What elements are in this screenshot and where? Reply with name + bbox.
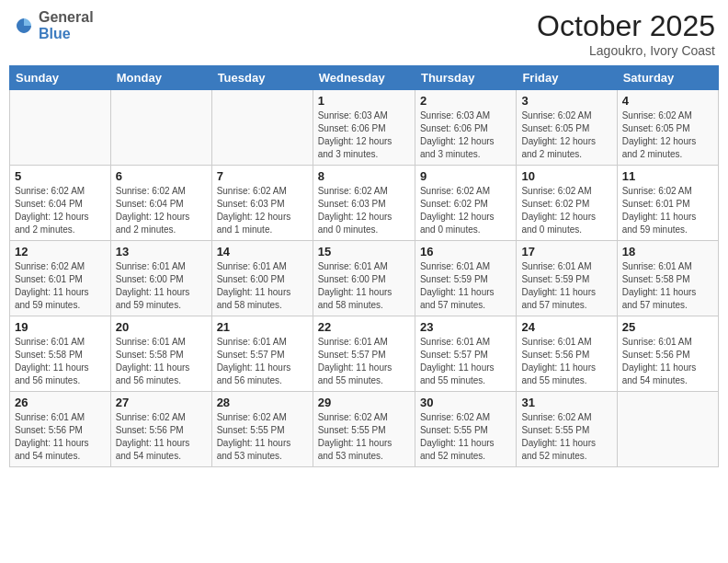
day-info: Sunrise: 6:02 AM Sunset: 5:55 PM Dayligh… <box>318 411 410 463</box>
day-number: 21 <box>217 320 308 334</box>
day-number: 29 <box>318 396 410 409</box>
weekday-header: Sunday <box>10 66 111 90</box>
day-info: Sunrise: 6:01 AM Sunset: 5:56 PM Dayligh… <box>15 411 106 463</box>
day-info: Sunrise: 6:02 AM Sunset: 6:03 PM Dayligh… <box>217 185 308 236</box>
logo-icon <box>13 15 35 37</box>
calendar-cell: 25Sunrise: 6:01 AM Sunset: 5:56 PM Dayli… <box>617 316 718 392</box>
day-number: 15 <box>318 245 410 259</box>
day-number: 9 <box>420 169 511 183</box>
day-number: 16 <box>420 245 511 259</box>
day-info: Sunrise: 6:01 AM Sunset: 5:59 PM Dayligh… <box>521 260 611 312</box>
calendar-week-row: 19Sunrise: 6:01 AM Sunset: 5:58 PM Dayli… <box>10 316 719 392</box>
page-header: General Blue October 2025 Lagoukro, Ivor… <box>9 9 719 58</box>
calendar-cell: 23Sunrise: 6:01 AM Sunset: 5:57 PM Dayli… <box>415 316 516 392</box>
day-info: Sunrise: 6:02 AM Sunset: 6:01 PM Dayligh… <box>622 185 713 236</box>
calendar-cell: 30Sunrise: 6:02 AM Sunset: 5:55 PM Dayli… <box>415 392 516 467</box>
day-number: 31 <box>521 396 611 409</box>
calendar-cell: 6Sunrise: 6:02 AM Sunset: 6:04 PM Daylig… <box>110 166 211 241</box>
day-info: Sunrise: 6:02 AM Sunset: 6:03 PM Dayligh… <box>318 185 410 236</box>
calendar-cell: 18Sunrise: 6:01 AM Sunset: 5:58 PM Dayli… <box>617 241 718 316</box>
calendar-week-row: 1Sunrise: 6:03 AM Sunset: 6:06 PM Daylig… <box>10 90 719 166</box>
month-title: October 2025 <box>537 9 715 43</box>
weekday-header: Friday <box>517 66 617 90</box>
weekday-header: Monday <box>110 66 211 90</box>
day-info: Sunrise: 6:02 AM Sunset: 6:02 PM Dayligh… <box>420 185 511 236</box>
day-info: Sunrise: 6:01 AM Sunset: 5:56 PM Dayligh… <box>622 336 713 387</box>
calendar-cell: 8Sunrise: 6:02 AM Sunset: 6:03 PM Daylig… <box>313 166 415 241</box>
day-info: Sunrise: 6:02 AM Sunset: 6:01 PM Dayligh… <box>15 260 106 312</box>
day-number: 1 <box>318 94 410 108</box>
weekday-header: Tuesday <box>211 66 313 90</box>
day-info: Sunrise: 6:01 AM Sunset: 5:57 PM Dayligh… <box>217 336 308 387</box>
day-number: 2 <box>420 94 511 108</box>
day-info: Sunrise: 6:02 AM Sunset: 5:55 PM Dayligh… <box>420 411 511 463</box>
calendar-cell: 9Sunrise: 6:02 AM Sunset: 6:02 PM Daylig… <box>415 166 516 241</box>
calendar-week-row: 12Sunrise: 6:02 AM Sunset: 6:01 PM Dayli… <box>10 241 719 316</box>
calendar-cell: 16Sunrise: 6:01 AM Sunset: 5:59 PM Dayli… <box>415 241 516 316</box>
day-number: 17 <box>521 245 611 259</box>
day-info: Sunrise: 6:02 AM Sunset: 6:04 PM Dayligh… <box>15 185 106 236</box>
day-number: 11 <box>622 169 713 183</box>
location-title: Lagoukro, Ivory Coast <box>537 43 715 58</box>
day-number: 22 <box>318 320 410 334</box>
calendar-cell: 10Sunrise: 6:02 AM Sunset: 6:02 PM Dayli… <box>517 166 617 241</box>
calendar-cell: 15Sunrise: 6:01 AM Sunset: 6:00 PM Dayli… <box>313 241 415 316</box>
calendar-cell: 14Sunrise: 6:01 AM Sunset: 6:00 PM Dayli… <box>211 241 313 316</box>
calendar-cell: 13Sunrise: 6:01 AM Sunset: 6:00 PM Dayli… <box>110 241 211 316</box>
day-number: 19 <box>15 320 106 334</box>
day-number: 18 <box>622 245 713 259</box>
day-number: 4 <box>622 94 713 108</box>
calendar-table: SundayMondayTuesdayWednesdayThursdayFrid… <box>9 65 719 467</box>
calendar-week-row: 26Sunrise: 6:01 AM Sunset: 5:56 PM Dayli… <box>10 392 719 467</box>
day-number: 25 <box>622 320 713 334</box>
day-number: 26 <box>15 396 106 409</box>
day-number: 20 <box>116 320 207 334</box>
day-number: 13 <box>116 245 207 259</box>
calendar-cell: 4Sunrise: 6:02 AM Sunset: 6:05 PM Daylig… <box>617 90 718 166</box>
day-info: Sunrise: 6:01 AM Sunset: 5:58 PM Dayligh… <box>622 260 713 312</box>
day-info: Sunrise: 6:02 AM Sunset: 6:02 PM Dayligh… <box>521 185 611 236</box>
day-number: 30 <box>420 396 511 409</box>
weekday-header: Thursday <box>415 66 516 90</box>
calendar-cell: 28Sunrise: 6:02 AM Sunset: 5:55 PM Dayli… <box>211 392 313 467</box>
day-info: Sunrise: 6:01 AM Sunset: 5:56 PM Dayligh… <box>521 336 611 387</box>
calendar-week-row: 5Sunrise: 6:02 AM Sunset: 6:04 PM Daylig… <box>10 166 719 241</box>
calendar-cell: 3Sunrise: 6:02 AM Sunset: 6:05 PM Daylig… <box>517 90 617 166</box>
weekday-header: Wednesday <box>313 66 415 90</box>
day-info: Sunrise: 6:02 AM Sunset: 6:05 PM Dayligh… <box>622 109 713 161</box>
calendar-cell <box>10 90 111 166</box>
day-info: Sunrise: 6:01 AM Sunset: 6:00 PM Dayligh… <box>217 260 308 312</box>
calendar-cell: 11Sunrise: 6:02 AM Sunset: 6:01 PM Dayli… <box>617 166 718 241</box>
calendar-cell: 7Sunrise: 6:02 AM Sunset: 6:03 PM Daylig… <box>211 166 313 241</box>
calendar-cell: 27Sunrise: 6:02 AM Sunset: 5:56 PM Dayli… <box>110 392 211 467</box>
day-number: 27 <box>116 396 207 409</box>
logo-general: General <box>39 9 94 26</box>
day-info: Sunrise: 6:02 AM Sunset: 6:04 PM Dayligh… <box>116 185 207 236</box>
calendar-cell: 20Sunrise: 6:01 AM Sunset: 5:58 PM Dayli… <box>110 316 211 392</box>
calendar-cell: 22Sunrise: 6:01 AM Sunset: 5:57 PM Dayli… <box>313 316 415 392</box>
calendar-cell: 24Sunrise: 6:01 AM Sunset: 5:56 PM Dayli… <box>517 316 617 392</box>
logo: General Blue <box>13 9 94 41</box>
calendar-cell: 29Sunrise: 6:02 AM Sunset: 5:55 PM Dayli… <box>313 392 415 467</box>
logo-text: General Blue <box>39 9 94 41</box>
day-info: Sunrise: 6:01 AM Sunset: 5:57 PM Dayligh… <box>318 336 410 387</box>
day-info: Sunrise: 6:01 AM Sunset: 6:00 PM Dayligh… <box>116 260 207 312</box>
day-info: Sunrise: 6:02 AM Sunset: 5:56 PM Dayligh… <box>116 411 207 463</box>
day-info: Sunrise: 6:02 AM Sunset: 6:05 PM Dayligh… <box>521 109 611 161</box>
calendar-header-row: SundayMondayTuesdayWednesdayThursdayFrid… <box>10 66 719 90</box>
day-info: Sunrise: 6:01 AM Sunset: 5:57 PM Dayligh… <box>420 336 511 387</box>
calendar-cell: 17Sunrise: 6:01 AM Sunset: 5:59 PM Dayli… <box>517 241 617 316</box>
day-info: Sunrise: 6:01 AM Sunset: 6:00 PM Dayligh… <box>318 260 410 312</box>
title-block: October 2025 Lagoukro, Ivory Coast <box>537 9 715 58</box>
day-info: Sunrise: 6:03 AM Sunset: 6:06 PM Dayligh… <box>420 109 511 161</box>
day-number: 23 <box>420 320 511 334</box>
day-info: Sunrise: 6:02 AM Sunset: 5:55 PM Dayligh… <box>521 411 611 463</box>
logo-blue: Blue <box>39 26 94 42</box>
day-info: Sunrise: 6:02 AM Sunset: 5:55 PM Dayligh… <box>217 411 308 463</box>
calendar-cell: 21Sunrise: 6:01 AM Sunset: 5:57 PM Dayli… <box>211 316 313 392</box>
day-number: 24 <box>521 320 611 334</box>
day-number: 10 <box>521 169 611 183</box>
calendar-cell: 2Sunrise: 6:03 AM Sunset: 6:06 PM Daylig… <box>415 90 516 166</box>
day-info: Sunrise: 6:01 AM Sunset: 5:58 PM Dayligh… <box>15 336 106 387</box>
day-number: 6 <box>116 169 207 183</box>
